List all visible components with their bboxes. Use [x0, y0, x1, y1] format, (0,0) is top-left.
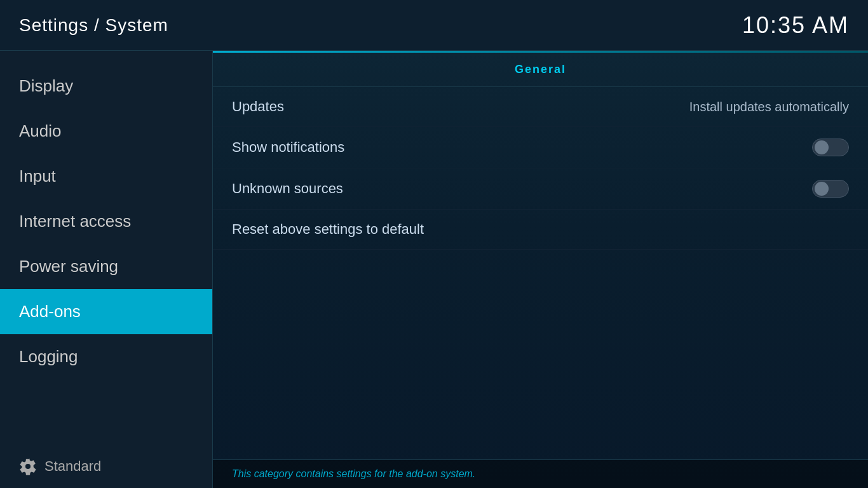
main-layout: Display Audio Input Internet access Powe… [0, 51, 868, 488]
reset-settings-row[interactable]: Reset above settings to default [213, 210, 868, 250]
unknown-sources-toggle[interactable] [812, 180, 849, 198]
section-header: General [213, 53, 868, 87]
updates-row[interactable]: Updates Install updates automatically [213, 87, 868, 127]
sidebar-item-audio[interactable]: Audio [0, 109, 212, 154]
updates-value: Install updates automatically [689, 100, 849, 114]
status-bar: This category contains settings for the … [213, 459, 868, 488]
sidebar-item-input[interactable]: Input [0, 154, 212, 199]
sidebar-item-logging[interactable]: Logging [0, 334, 212, 379]
content-panel: General Updates Install updates automati… [213, 51, 868, 488]
sidebar-item-add-ons[interactable]: Add-ons [0, 289, 212, 334]
header: Settings / System 10:35 AM [0, 0, 868, 51]
sidebar-item-internet-access[interactable]: Internet access [0, 199, 212, 244]
settings-content-area: Updates Install updates automatically Sh… [213, 87, 868, 488]
sidebar: Display Audio Input Internet access Powe… [0, 51, 213, 488]
reset-settings-label: Reset above settings to default [232, 221, 424, 238]
status-text: This category contains settings for the … [232, 468, 475, 480]
clock-display: 10:35 AM [742, 12, 849, 39]
updates-label: Updates [232, 98, 284, 115]
show-notifications-toggle[interactable] [812, 139, 849, 156]
sidebar-item-display[interactable]: Display [0, 64, 212, 109]
sidebar-item-power-saving[interactable]: Power saving [0, 244, 212, 289]
profile-label: Standard [44, 458, 101, 475]
show-notifications-row[interactable]: Show notifications [213, 127, 868, 168]
gear-icon [19, 458, 37, 475]
unknown-sources-row[interactable]: Unknown sources [213, 168, 868, 210]
unknown-sources-label: Unknown sources [232, 180, 343, 197]
sidebar-bottom: Standard [0, 445, 212, 488]
page-title: Settings / System [19, 15, 168, 36]
show-notifications-label: Show notifications [232, 139, 344, 156]
